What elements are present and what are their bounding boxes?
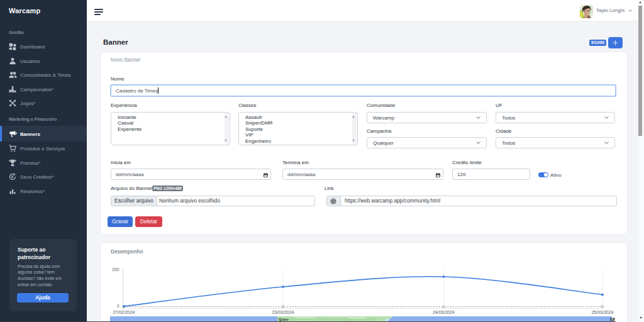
svg-text:23/03/2024: 23/03/2024: [272, 310, 294, 314]
svg-text:27/02/2024: 27/02/2024: [113, 310, 135, 314]
svg-text:24/03/2024: 24/03/2024: [433, 310, 455, 314]
svg-text:250: 250: [112, 267, 119, 272]
svg-text:0: 0: [117, 304, 119, 308]
svg-text:$: $: [11, 175, 14, 179]
svg-text:25/03/2024: 25/03/2024: [591, 310, 613, 314]
